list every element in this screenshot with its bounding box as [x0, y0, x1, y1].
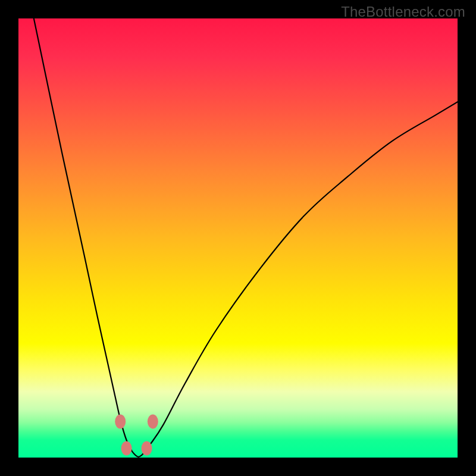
trough-marker	[121, 441, 132, 456]
trough-markers	[115, 414, 158, 455]
bottleneck-curve	[34, 18, 458, 457]
plot-area	[18, 18, 458, 458]
curve-layer	[18, 18, 458, 458]
chart-frame: TheBottleneck.com	[0, 0, 476, 476]
trough-marker	[142, 441, 152, 456]
watermark-text: TheBottleneck.com	[341, 4, 465, 20]
trough-marker	[115, 414, 126, 428]
trough-marker	[148, 414, 158, 428]
